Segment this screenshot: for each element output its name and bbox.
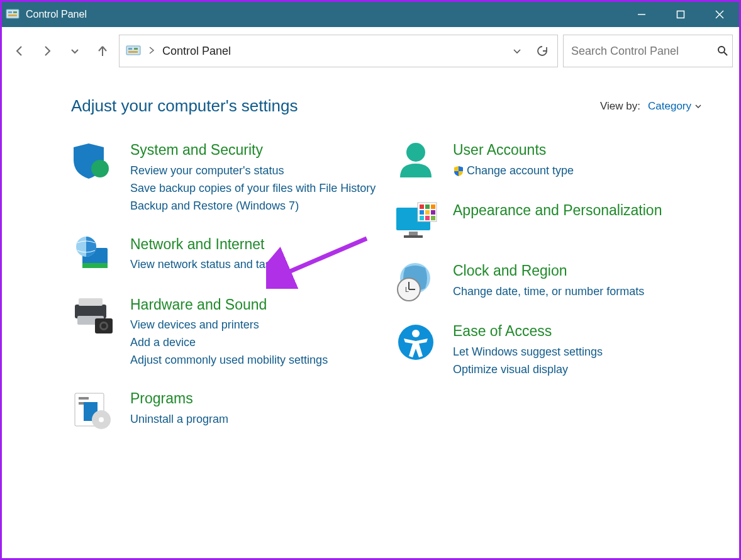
category-clock-region: L Clock and Region Change date, time, or…	[394, 262, 701, 302]
category-link[interactable]: View network status and tasks	[130, 256, 282, 274]
back-button[interactable]	[8, 38, 31, 64]
svg-point-23	[101, 323, 106, 328]
category-user-accounts: User Accounts Change account type	[394, 141, 701, 181]
uac-shield-icon	[453, 165, 464, 177]
control-panel-icon	[6, 8, 20, 21]
svg-rect-38	[420, 210, 424, 215]
category-ease-of-access: Ease of Access Let Windows suggest setti…	[394, 322, 701, 379]
svg-point-14	[91, 160, 109, 177]
window-title: Control Panel	[26, 9, 87, 20]
programs-disc-icon	[71, 389, 115, 430]
svg-point-12	[718, 47, 725, 53]
network-globe-icon	[71, 235, 115, 276]
category-link[interactable]: Change account type	[453, 162, 574, 180]
breadcrumb-separator-icon	[148, 46, 155, 56]
category-programs: Programs Uninstall a program	[71, 389, 379, 430]
svg-line-13	[724, 52, 727, 55]
svg-rect-37	[431, 204, 435, 209]
svg-rect-1	[8, 11, 12, 13]
svg-rect-25	[79, 397, 89, 400]
category-title[interactable]: Appearance and Personalization	[453, 201, 662, 220]
address-bar[interactable]: Control Panel	[119, 35, 558, 67]
svg-rect-33	[404, 235, 423, 238]
forward-button[interactable]	[36, 38, 58, 64]
minimize-button[interactable]	[622, 2, 661, 27]
search-icon[interactable]	[717, 44, 728, 58]
category-hardware-sound: Hardware and Sound View devices and prin…	[71, 296, 379, 370]
category-link[interactable]: Review your computer's status	[130, 162, 376, 180]
chevron-down-icon	[695, 104, 701, 108]
address-history-button[interactable]	[508, 42, 526, 60]
breadcrumb-current[interactable]: Control Panel	[162, 45, 231, 58]
svg-rect-32	[409, 232, 418, 235]
left-column: System and Security Review your computer…	[71, 141, 379, 450]
svg-rect-11	[128, 51, 138, 53]
category-title[interactable]: System and Security	[130, 141, 376, 160]
svg-rect-43	[431, 216, 435, 220]
svg-rect-2	[13, 11, 17, 13]
category-link[interactable]: Optimize visual display	[453, 361, 603, 379]
svg-rect-35	[420, 204, 424, 209]
svg-rect-0	[6, 9, 19, 18]
right-column: User Accounts Change account type	[394, 141, 701, 450]
category-link[interactable]: View devices and printers	[130, 316, 328, 334]
category-link[interactable]: Adjust commonly used mobility settings	[130, 352, 328, 369]
view-by-label: View by:	[600, 100, 640, 113]
category-link[interactable]: Backup and Restore (Windows 7)	[130, 198, 376, 215]
svg-rect-16	[82, 263, 108, 268]
category-link-text: Change account type	[467, 164, 574, 177]
user-icon	[394, 141, 438, 181]
category-title[interactable]: Hardware and Sound	[130, 296, 328, 315]
category-link[interactable]: Change date, time, or number formats	[453, 283, 644, 301]
recent-locations-button[interactable]	[64, 38, 86, 64]
category-network-internet: Network and Internet View network status…	[71, 235, 379, 276]
svg-rect-42	[425, 216, 430, 220]
svg-point-29	[99, 417, 104, 422]
maximize-button[interactable]	[661, 2, 700, 27]
search-box[interactable]	[563, 35, 733, 67]
title-bar: Control Panel	[2, 2, 739, 27]
svg-point-30	[406, 143, 425, 162]
category-title[interactable]: Ease of Access	[453, 322, 603, 341]
category-title[interactable]: Network and Internet	[130, 235, 282, 254]
view-by-value: Category	[648, 100, 691, 113]
svg-rect-19	[79, 298, 103, 306]
close-button[interactable]	[700, 2, 739, 27]
svg-rect-5	[677, 11, 684, 18]
svg-rect-10	[134, 48, 138, 50]
category-link[interactable]: Add a device	[130, 334, 328, 352]
category-link[interactable]: Uninstall a program	[130, 411, 228, 428]
category-title[interactable]: Programs	[130, 389, 228, 408]
page-heading: Adjust your computer's settings	[71, 96, 298, 116]
category-link[interactable]: Let Windows suggest settings	[453, 344, 603, 361]
svg-point-50	[412, 330, 420, 337]
accessibility-icon	[394, 322, 438, 362]
category-title[interactable]: User Accounts	[453, 141, 574, 160]
clock-globe-icon: L	[394, 262, 438, 302]
toolbar: Control Panel	[2, 27, 739, 75]
printer-camera-icon	[71, 296, 115, 336]
svg-rect-40	[431, 210, 435, 215]
search-input[interactable]	[571, 45, 717, 58]
category-system-security: System and Security Review your computer…	[71, 141, 379, 215]
svg-rect-3	[8, 14, 17, 16]
category-link[interactable]: Save backup copies of your files with Fi…	[130, 180, 376, 198]
category-title[interactable]: Clock and Region	[453, 262, 644, 281]
svg-rect-9	[128, 48, 132, 50]
svg-rect-39	[425, 210, 430, 215]
monitor-tiles-icon	[394, 201, 438, 242]
svg-rect-8	[126, 46, 140, 55]
svg-rect-36	[425, 204, 430, 209]
refresh-button[interactable]	[533, 42, 551, 60]
content-area: Adjust your computer's settings View by:…	[2, 75, 739, 450]
shield-security-icon	[71, 141, 115, 181]
category-appearance-personalization: Appearance and Personalization	[394, 201, 701, 242]
svg-rect-41	[420, 216, 424, 220]
up-button[interactable]	[91, 38, 114, 64]
control-panel-icon	[126, 45, 141, 57]
view-by-dropdown[interactable]: Category	[648, 100, 701, 113]
